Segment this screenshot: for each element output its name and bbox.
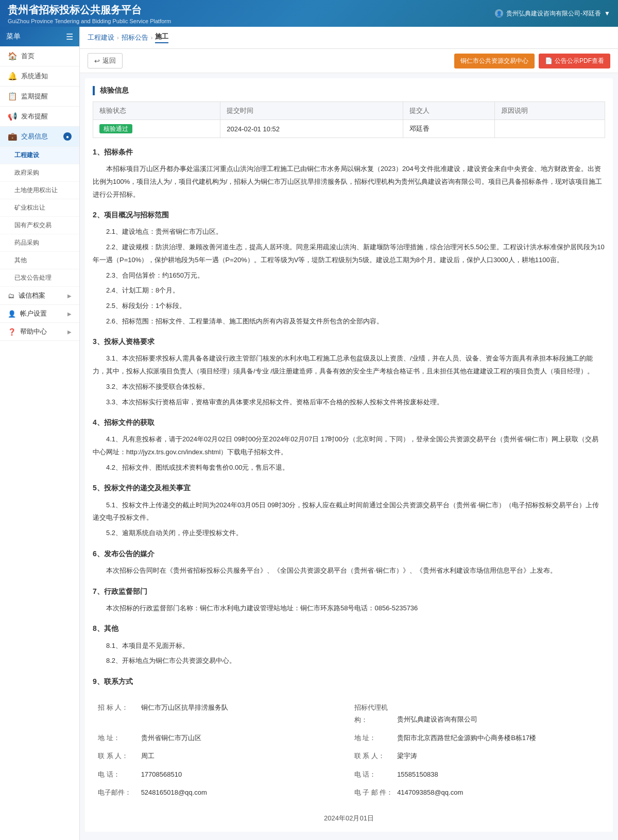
contact-right-value-3: 15585150838 [397, 770, 438, 778]
trade-badge: ● [63, 132, 72, 141]
sidebar-sub-land[interactable]: 土地使用权出让 [0, 182, 79, 199]
breadcrumb-item-1[interactable]: 工程建设 [88, 33, 114, 42]
sidebar-sub-other[interactable]: 其他 [0, 252, 79, 269]
help-icon: ❓ [8, 328, 16, 336]
contact-left-label-1: 地 址： [98, 732, 139, 744]
contact-right-label-2: 联 系 人： [354, 750, 396, 762]
contact-left-value-1: 贵州省铜仁市万山区 [141, 734, 201, 742]
sidebar-item-trade[interactable]: 💼 交易信息 ● [0, 127, 79, 147]
contact-right-value-1: 贵阳市北京西路世纪金源购中心商务楼B栋17楼 [397, 734, 536, 742]
sidebar-item-home[interactable]: 🏠 首页 [0, 46, 79, 66]
publish-icon: 📢 [8, 112, 17, 121]
contact-left-4: 电子邮件： 5248165018@qq.com [93, 783, 349, 801]
contact-row-5: 电子邮件： 5248165018@qq.com 电 子 邮 件： 4147093… [93, 783, 605, 801]
sidebar-sub-published[interactable]: 已发公告处理 [0, 269, 79, 287]
doc-date: 2024年02月01日 [93, 812, 605, 824]
doc-content: 1、招标条件 本招标项目万山区丹都办事处温溪江河重点山洪沟治理工程施工已由铜仁市… [93, 146, 605, 824]
site-title-cn: 贵州省招标投标公共服务平台 [8, 3, 171, 17]
section5-sub1: 5.1、投标文件上传递交的截止时间为2024年03月05日 09时30分，投标人… [93, 499, 605, 524]
section2-sub2: 2.2、建设规模：防洪治理、兼顾改善河道生态，提高人居环境。同意采用疏浚山洪沟、… [93, 241, 605, 266]
section1-para: 本招标项目万山区丹都办事处温溪江河重点山洪沟治理工程施工已由铜仁市水务局以铜水复… [93, 163, 605, 201]
contact-left-value-3: 17708568510 [141, 770, 182, 778]
sidebar-sub-state[interactable]: 国有产权交易 [0, 217, 79, 234]
contact-right-label-3: 电 话： [354, 768, 396, 780]
back-button[interactable]: ↩ 返回 [88, 53, 123, 68]
contact-row-4: 电 话： 17708568510 电 话： 15585150838 [93, 765, 605, 783]
sidebar-sub-mineral[interactable]: 矿业权出让 [0, 199, 79, 217]
section7-title: 7、行政监督部门 [93, 585, 605, 598]
contact-right-4: 电 子 邮 件： 4147093858@qq.com [349, 783, 606, 801]
sidebar-item-notify-label: 系统通知 [21, 72, 48, 81]
sidebar-group-help[interactable]: ❓ 帮助中心 ▶ [0, 323, 79, 341]
user-name: 贵州弘典建设咨询有限公司-邓廷香 [506, 9, 601, 18]
contact-left-label-4: 电子邮件： [98, 786, 139, 798]
contact-right-label-1: 地 址： [354, 732, 396, 744]
sidebar-item-trade-label: 交易信息 [21, 132, 48, 141]
contact-left-2: 联 系 人： 周工 [93, 747, 349, 765]
section1-title: 1、招标条件 [93, 146, 605, 159]
sidebar-menu-label: 菜单 [6, 32, 21, 41]
sidebar-sub-procurement[interactable]: 政府采购 [0, 164, 79, 182]
header-left: 贵州省招标投标公共服务平台 GuiZhou Province Tendering… [8, 3, 171, 24]
credit-arrow-icon: ▶ [67, 293, 72, 299]
sidebar-item-home-label: 首页 [21, 52, 35, 61]
dropdown-icon[interactable]: ▼ [604, 10, 610, 17]
notify-icon: 🔔 [8, 72, 17, 81]
sidebar-group-account[interactable]: 👤 帐户设置 ▶ [0, 305, 79, 323]
site-title-en: GuiZhou Province Tendering and Bidding P… [8, 18, 171, 24]
home-icon: 🏠 [8, 52, 17, 61]
section2-sub4: 2.4、计划工期：8个月。 [93, 284, 605, 297]
section2-sub3: 2.3、合同估算价：约1650万元。 [93, 269, 605, 282]
section3-sub3: 3.3、本次招标实行资格后审，资格审查的具体要求见招标文件。资格后审不合格的投标… [93, 396, 605, 409]
verify-status: 核验通过 [93, 120, 220, 138]
breadcrumb-item-2[interactable]: 招标公告 [122, 33, 148, 42]
sidebar-sub-engineering[interactable]: 工程建设 [0, 147, 79, 164]
menu-toggle-icon[interactable]: ☰ [66, 32, 73, 42]
sidebar-item-dispute[interactable]: 📋 监期提醒 [0, 87, 79, 107]
verify-table: 核验状态 提交时间 提交人 原因说明 核验通过 2024-02-01 10:52… [93, 101, 605, 138]
verify-col3: 提交人 [403, 102, 495, 120]
contact-right-label-4: 电 子 邮 件： [354, 786, 396, 798]
section4-title: 4、招标文件的获取 [93, 416, 605, 429]
section6-para: 本次招标公告同时在《贵州省招标投标公共服务平台》、《全国公共资源交易平台（贵州省… [93, 564, 605, 577]
account-icon: 👤 [8, 310, 16, 318]
help-arrow-icon: ▶ [67, 329, 72, 335]
contact-left-value-2: 周工 [141, 752, 154, 760]
header: 贵州省招标投标公共服务平台 GuiZhou Province Tendering… [0, 0, 618, 27]
contact-left-label-3: 电 话： [98, 768, 139, 780]
contact-section: 招 标 人： 铜仁市万山区抗旱排涝服务队 招标代理机构： 贵州弘典建设咨询有限公… [93, 698, 605, 801]
verify-row: 核验通过 2024-02-01 10:52 邓廷香 [93, 120, 605, 138]
verify-col2: 提交时间 [220, 102, 403, 120]
section6-title: 6、发布公告的媒介 [93, 547, 605, 560]
trade-center-button[interactable]: 铜仁市公共资源交易中心 [454, 54, 535, 68]
verify-col4: 原因说明 [494, 102, 605, 120]
section2-title: 2、项目概况与招标范围 [93, 209, 605, 221]
header-right: 👤 贵州弘典建设咨询有限公司-邓廷香 ▼ [495, 9, 610, 18]
section9-title: 9、联系方式 [93, 675, 605, 688]
contact-left-label-0: 招 标 人： [98, 701, 139, 713]
contact-right-value-2: 梁宇涛 [397, 752, 417, 760]
verify-section-header: 核验信息 [93, 86, 605, 95]
verify-col1: 核验状态 [93, 102, 220, 120]
section5-title: 5、投标文件的递交及相关事宜 [93, 482, 605, 494]
sidebar-item-publish[interactable]: 📢 发布提醒 [0, 107, 79, 127]
contact-table: 招 标 人： 铜仁市万山区抗旱排涝服务队 招标代理机构： 贵州弘典建设咨询有限公… [93, 698, 605, 801]
contact-row-1: 招 标 人： 铜仁市万山区抗旱排涝服务队 招标代理机构： 贵州弘典建设咨询有限公… [93, 698, 605, 729]
sidebar: 菜单 ☰ 🏠 首页 🔔 系统通知 📋 监期提醒 📢 发布提醒 💼 交易信息 ● … [0, 27, 80, 840]
breadcrumb-sep-2: › [151, 35, 153, 41]
toolbar-buttons: 铜仁市公共资源交易中心 📄 公告公示PDF查看 [454, 54, 610, 68]
content-area: 核验信息 核验状态 提交时间 提交人 原因说明 核验通过 2024 [85, 78, 613, 832]
sidebar-sub-medicine[interactable]: 药品采购 [0, 234, 79, 252]
contact-left-0: 招 标 人： 铜仁市万山区抗旱排涝服务队 [93, 698, 349, 729]
sidebar-group-credit[interactable]: 🗂 诚信档案 ▶ [0, 287, 79, 305]
verify-time: 2024-02-01 10:52 [220, 120, 403, 138]
contact-right-value-4: 4147093858@qq.com [397, 788, 463, 796]
sidebar-item-notify[interactable]: 🔔 系统通知 [0, 66, 79, 87]
status-badge: 核验通过 [99, 124, 132, 133]
pdf-view-button[interactable]: 📄 公告公示PDF查看 [539, 54, 610, 68]
account-arrow-icon: ▶ [67, 311, 72, 317]
contact-right-0: 招标代理机构： 贵州弘典建设咨询有限公司 [349, 698, 606, 729]
contact-left-value-0: 铜仁市万山区抗旱排涝服务队 [141, 704, 228, 711]
contact-left-label-2: 联 系 人： [98, 750, 139, 762]
contact-left-value-4: 5248165018@qq.com [141, 788, 207, 796]
